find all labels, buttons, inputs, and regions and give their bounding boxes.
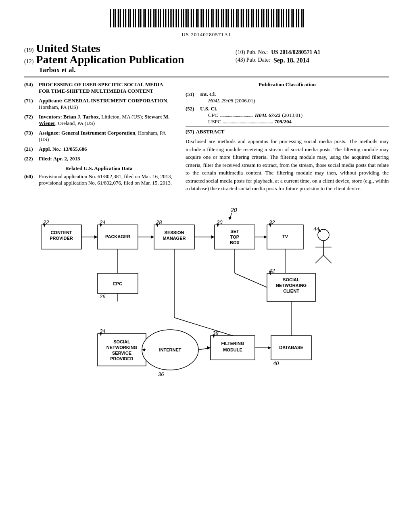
svg-rect-2	[112, 9, 112, 27]
tv-text: TV	[282, 234, 288, 239]
svg-rect-76	[235, 9, 235, 27]
svg-rect-57	[203, 9, 204, 27]
field-52-uspc-dots: ........................................…	[223, 118, 273, 125]
abstract-divider	[186, 127, 389, 127]
svg-rect-114	[298, 9, 299, 27]
svg-rect-34	[165, 9, 166, 27]
svg-rect-108	[288, 9, 289, 27]
field-52-num: (52)	[186, 106, 198, 125]
svg-rect-91	[260, 9, 260, 27]
svg-rect-25	[150, 9, 151, 27]
header-section: (19) United States (12) Patent Applicati…	[24, 42, 389, 74]
fm-text-1: FILTERING	[221, 341, 244, 346]
snc-text-3: CLIENT	[283, 289, 299, 293]
svg-rect-12	[128, 9, 129, 27]
content-provider-text-2: PROVIDER	[50, 236, 73, 241]
svg-rect-88	[255, 9, 255, 27]
svg-rect-11	[127, 9, 127, 27]
svg-rect-97	[270, 9, 270, 27]
svg-rect-116	[301, 9, 302, 27]
packager-text: PACKAGER	[105, 234, 130, 239]
snsp-text-3: SERVICE	[112, 351, 131, 355]
svg-rect-68	[221, 9, 222, 27]
svg-rect-38	[171, 9, 172, 27]
svg-rect-45	[183, 9, 184, 27]
svg-rect-100	[275, 9, 275, 27]
pub-date-label: (43) Pub. Date:	[236, 57, 270, 64]
right-column: Publication Classification (51) Int. Cl.…	[186, 81, 389, 193]
field-51-label: Int. Cl.	[200, 91, 216, 97]
svg-rect-3	[113, 9, 114, 27]
field-52-uspc-value: 709/204	[274, 118, 292, 125]
db-text: DATABASE	[279, 345, 303, 350]
svg-rect-37	[170, 9, 171, 27]
field-72: (72) Inventors: Brian J. Tarbox, Littlet…	[24, 114, 173, 127]
svg-rect-72	[228, 9, 229, 27]
svg-rect-101	[276, 9, 277, 27]
snc-text-1: SOCIAL	[283, 277, 300, 282]
svg-rect-64	[215, 9, 215, 27]
svg-rect-31	[160, 9, 161, 27]
svg-rect-70	[225, 9, 225, 27]
person-leg-right	[323, 255, 332, 263]
svg-rect-9	[123, 9, 124, 27]
svg-rect-50	[191, 9, 192, 27]
field-73-content: Assignee: General Instrument Corporation…	[39, 130, 173, 143]
abstract-title: ABSTRACT	[196, 129, 225, 135]
svg-rect-16	[135, 9, 136, 27]
svg-rect-32	[162, 9, 162, 27]
field-52: (52) U.S. Cl. CPC ......................…	[186, 106, 389, 125]
field-21: (21) Appl. No.: 13/855,686	[24, 146, 173, 152]
svg-rect-61	[210, 9, 210, 27]
field-71-num: (71)	[24, 98, 37, 110]
svg-rect-109	[290, 9, 290, 27]
field-54-num: (54)	[24, 81, 37, 94]
inventors-byline: Tarbox et al.	[39, 66, 236, 74]
svg-rect-75	[233, 9, 234, 27]
field-22: (22) Filed: Apr. 2, 2013	[24, 156, 173, 162]
svg-rect-56	[201, 9, 202, 27]
main-divider	[24, 77, 389, 77]
svg-rect-49	[190, 9, 190, 27]
field-51: (51) Int. Cl. H04L 29/08 (2006.01)	[186, 91, 389, 104]
svg-rect-53	[196, 9, 198, 27]
snsp-text-1: SOCIAL	[113, 339, 130, 344]
session-text-2: MANAGER	[163, 236, 186, 241]
svg-rect-13	[130, 9, 131, 27]
field-22-value: Apr. 2, 2013	[53, 156, 80, 162]
svg-rect-107	[286, 9, 287, 27]
svg-rect-89	[256, 9, 257, 27]
svg-rect-5	[117, 9, 117, 27]
pub-classification-title: Publication Classification	[186, 81, 389, 88]
barcode-image	[106, 8, 307, 28]
barcode-area	[24, 8, 389, 30]
svg-rect-14	[132, 9, 132, 27]
svg-rect-6	[118, 9, 119, 27]
svg-rect-54	[198, 9, 199, 27]
svg-rect-51	[193, 9, 194, 27]
svg-rect-73	[230, 9, 230, 27]
svg-rect-35	[167, 9, 167, 27]
field-71-content: Applicant: GENERAL INSTRUMENT CORPORATIO…	[39, 98, 173, 110]
field-73-label: Assignee:	[39, 130, 60, 136]
svg-rect-106	[285, 9, 285, 27]
svg-rect-65	[216, 9, 217, 27]
field-52-uspc-label: USPC	[208, 118, 221, 125]
field-54-label: PROCESSING OF USER-SPECIFIC SOCIAL MEDIA…	[39, 81, 173, 94]
patent-number-display: US 20140280571A1	[24, 31, 389, 38]
svg-rect-82	[245, 9, 245, 27]
field-54: (54) PROCESSING OF USER-SPECIFIC SOCIAL …	[24, 81, 173, 94]
svg-rect-43	[180, 9, 180, 27]
field-21-num: (21)	[24, 146, 37, 152]
svg-rect-81	[243, 9, 244, 27]
field-60-value: Provisional application No. 61/802,381, …	[39, 173, 173, 186]
ref-36-label: 36	[158, 371, 164, 377]
svg-rect-93	[263, 9, 264, 27]
svg-rect-99	[273, 9, 274, 27]
svg-rect-33	[163, 9, 164, 27]
svg-rect-21	[143, 9, 144, 27]
field-60: (60) Provisional application No. 61/802,…	[24, 173, 173, 186]
svg-rect-67	[220, 9, 220, 27]
field-51-num: (51)	[186, 91, 198, 104]
field-71: (71) Applicant: GENERAL INSTRUMENT CORPO…	[24, 98, 173, 110]
